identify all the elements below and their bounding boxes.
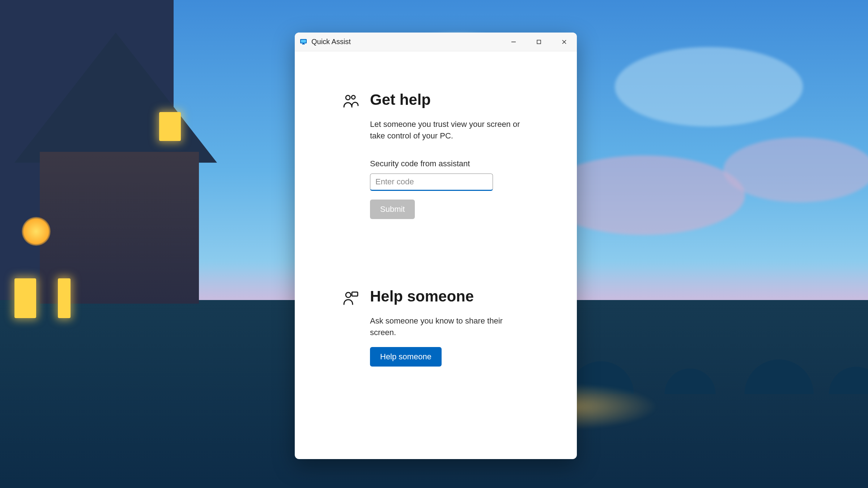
quick-assist-window: Quick Assist Get help Le [295,33,577,459]
svg-point-9 [352,95,355,99]
minimize-button[interactable] [501,33,526,51]
help-someone-heading: Help someone [370,288,530,305]
window-body: Get help Let someone you trust view your… [295,51,577,459]
quick-assist-app-icon [299,38,308,46]
submit-button[interactable]: Submit [370,200,415,219]
security-code-input[interactable] [370,174,493,191]
help-someone-section: Help someone Ask someone you know to sha… [342,288,530,367]
help-someone-description: Ask someone you know to share their scre… [370,315,522,338]
get-help-section: Get help Let someone you trust view your… [342,91,530,219]
svg-rect-5 [537,40,541,44]
svg-point-8 [346,95,350,100]
people-icon [342,93,359,111]
titlebar: Quick Assist [295,33,577,51]
svg-rect-3 [303,43,304,44]
close-button[interactable] [552,33,577,51]
security-code-label: Security code from assistant [370,159,530,168]
person-screen-icon [342,290,359,307]
get-help-description: Let someone you trust view your screen o… [370,119,522,142]
maximize-button[interactable] [526,33,552,51]
svg-rect-1 [301,40,306,43]
get-help-heading: Get help [370,91,530,108]
window-title: Quick Assist [311,38,351,46]
svg-point-10 [346,292,351,297]
svg-rect-11 [352,292,358,296]
help-someone-button[interactable]: Help someone [370,347,442,367]
